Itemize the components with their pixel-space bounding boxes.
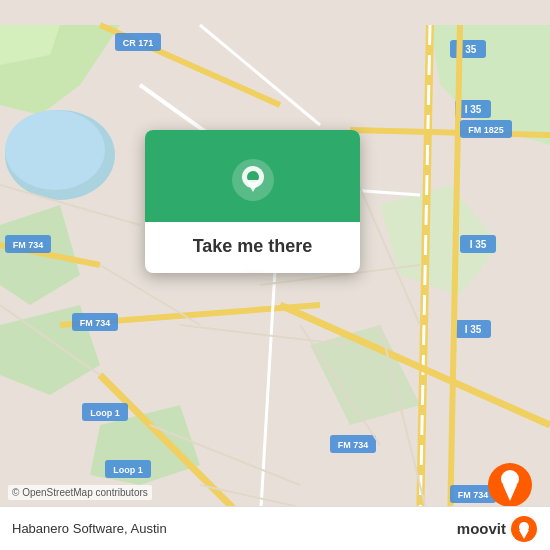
svg-text:CR 171: CR 171 <box>123 38 154 48</box>
map-background: I 35 I 35 I 35 I 35 FM 1825 CR 171 FM 73… <box>0 0 550 550</box>
svg-text:I 35: I 35 <box>470 239 487 250</box>
popup-card-header <box>145 130 360 222</box>
moovit-logo: moovit <box>457 515 538 543</box>
svg-point-4 <box>5 110 105 190</box>
location-label: Habanero Software, Austin <box>12 521 167 536</box>
popup-card-body: Take me there <box>145 222 360 273</box>
location-pin-icon <box>231 158 275 202</box>
moovit-logo-text: moovit <box>457 520 506 537</box>
svg-text:FM 734: FM 734 <box>458 490 489 500</box>
svg-text:FM 734: FM 734 <box>338 440 369 450</box>
svg-text:FM 1825: FM 1825 <box>468 125 504 135</box>
popup-card: Take me there <box>145 130 360 273</box>
map-container: I 35 I 35 I 35 I 35 FM 1825 CR 171 FM 73… <box>0 0 550 550</box>
osm-attribution: © OpenStreetMap contributors <box>8 485 152 500</box>
info-bar: Habanero Software, Austin moovit <box>0 506 550 550</box>
svg-text:FM 734: FM 734 <box>80 318 111 328</box>
moovit-logo-icon <box>510 515 538 543</box>
svg-text:Loop 1: Loop 1 <box>90 408 120 418</box>
svg-text:I 35: I 35 <box>465 104 482 115</box>
svg-text:I 35: I 35 <box>465 324 482 335</box>
svg-text:FM 734: FM 734 <box>13 240 44 250</box>
svg-text:Loop 1: Loop 1 <box>113 465 143 475</box>
take-me-there-button[interactable]: Take me there <box>193 236 313 256</box>
